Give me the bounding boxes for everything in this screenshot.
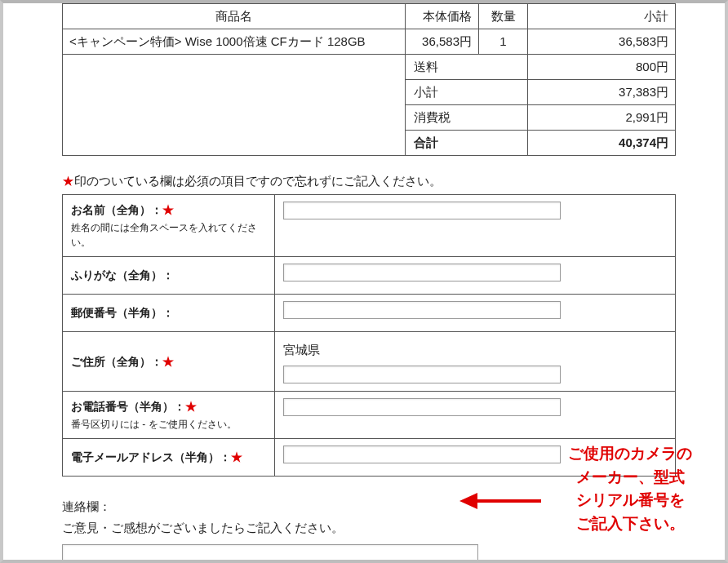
row-address: ご住所（全角）：★ 宮城県 <box>63 332 676 392</box>
order-header-subtotal: 小計 <box>528 4 676 29</box>
label-kana-text: ふりがな（全角）： <box>71 268 174 282</box>
order-shipping-value: 800円 <box>528 55 676 80</box>
cell-phone-input <box>275 392 676 439</box>
label-email-text: 電子メールアドレス（半角）： <box>71 450 231 463</box>
row-zip: 郵便番号（半角）： <box>63 295 676 332</box>
order-tax-value: 2,991円 <box>528 105 676 131</box>
address-prefecture: 宮城県 <box>283 339 667 361</box>
callout-text: ご使用のカメラの メーカー、型式 シリアル番号を ご記入下さい。 <box>568 442 692 535</box>
required-note-text: 印のついている欄は必須の項目ですので忘れずにご記入ください。 <box>74 174 442 188</box>
order-item-sub: 36,583円 <box>528 29 676 55</box>
cell-name-input <box>275 195 676 257</box>
window-frame: 商品名 本体価格 数量 小計 <キャンペーン特価> Wise 1000倍速 CF… <box>0 0 728 563</box>
kana-input[interactable] <box>283 264 561 282</box>
order-tax-label: 消費税 <box>406 105 528 131</box>
label-address-text: ご住所（全角）： <box>71 355 162 368</box>
star-icon: ★ <box>62 174 74 188</box>
order-item-row: <キャンペーン特価> Wise 1000倍速 CFカード 128GB 36,58… <box>63 29 676 55</box>
label-zip-text: 郵便番号（半角）： <box>71 306 174 319</box>
star-icon: ★ <box>162 355 174 368</box>
hint-phone: 番号区切りには - をご使用ください。 <box>71 417 266 432</box>
required-note: ★印のついている欄は必須の項目ですので忘れずにご記入ください。 <box>62 174 676 189</box>
address-input[interactable] <box>283 366 561 383</box>
name-input[interactable] <box>283 202 561 219</box>
order-header-qty: 数量 <box>479 4 528 29</box>
callout-line-3: シリアル番号を <box>568 489 692 512</box>
callout-line-1: ご使用のカメラの <box>568 442 692 466</box>
order-item-qty: 1 <box>479 29 528 55</box>
cell-zip-input <box>275 295 676 332</box>
label-address: ご住所（全角）：★ <box>63 332 275 392</box>
order-shipping-row: 送料 800円 <box>63 55 676 80</box>
hint-name: 姓名の間には全角スペースを入れてください。 <box>71 220 266 250</box>
row-name: お名前（全角）：★ 姓名の間には全角スペースを入れてください。 <box>63 195 676 257</box>
email-input[interactable] <box>283 446 561 463</box>
order-subtotal-value: 37,383円 <box>528 80 676 105</box>
row-phone: お電話番号（半角）：★ 番号区切りには - をご使用ください。 <box>63 392 676 439</box>
zip-input[interactable] <box>283 301 561 319</box>
row-kana: ふりがな（全角）： <box>63 257 676 295</box>
label-kana: ふりがな（全角）： <box>63 257 275 295</box>
callout-line-4: ご記入下さい。 <box>568 512 692 536</box>
star-icon: ★ <box>231 450 242 463</box>
order-shipping-label: 送料 <box>406 55 528 80</box>
order-table: 商品名 本体価格 数量 小計 <キャンペーン特価> Wise 1000倍速 CF… <box>62 3 676 156</box>
label-email: 電子メールアドレス（半角）：★ <box>63 439 275 477</box>
order-total-label: 合計 <box>406 131 528 156</box>
customer-form: お名前（全角）：★ 姓名の間には全角スペースを入れてください。 ふりがな（全角）… <box>62 194 676 477</box>
order-subtotal-label: 小計 <box>406 80 528 105</box>
label-phone-text: お電話番号（半角）： <box>71 400 185 413</box>
label-name-text: お名前（全角）： <box>71 203 162 216</box>
order-total-value: 40,374円 <box>528 131 676 156</box>
callout-line-2: メーカー、型式 <box>568 466 692 490</box>
order-item-name: <キャンペーン特価> Wise 1000倍速 CFカード 128GB <box>63 29 406 55</box>
order-header-price: 本体価格 <box>406 4 479 29</box>
star-icon: ★ <box>162 203 174 216</box>
phone-input[interactable] <box>283 398 561 416</box>
order-item-price: 36,583円 <box>406 29 479 55</box>
label-zip: 郵便番号（半角）： <box>63 295 275 332</box>
cell-address-input: 宮城県 <box>275 332 676 392</box>
cell-kana-input <box>275 257 676 295</box>
order-header-name: 商品名 <box>63 4 406 29</box>
contact-textarea[interactable] <box>62 544 478 563</box>
order-empty-span <box>63 55 406 156</box>
star-icon: ★ <box>185 400 197 413</box>
label-phone: お電話番号（半角）：★ 番号区切りには - をご使用ください。 <box>63 392 275 439</box>
order-header-row: 商品名 本体価格 数量 小計 <box>63 4 676 29</box>
svg-marker-1 <box>459 493 477 509</box>
arrow-icon <box>459 491 541 511</box>
label-name: お名前（全角）：★ 姓名の間には全角スペースを入れてください。 <box>63 195 275 257</box>
